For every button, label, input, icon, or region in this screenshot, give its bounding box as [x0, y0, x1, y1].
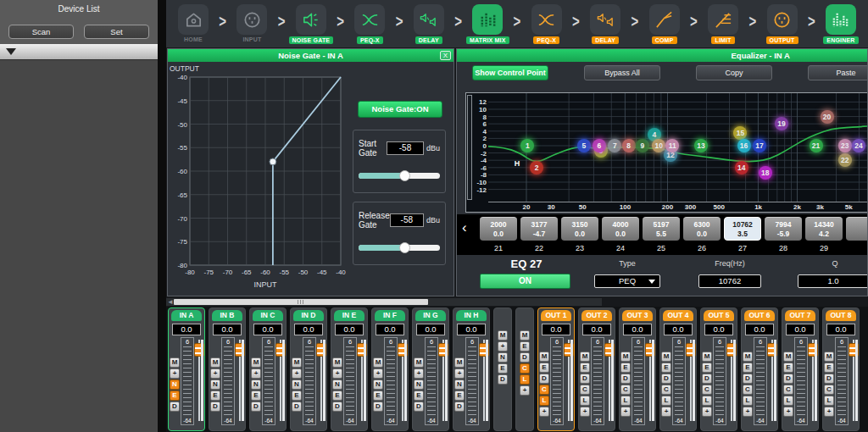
bypass-all-button[interactable]: Bypass All [584, 65, 660, 80]
strip-button-M[interactable]: M [332, 357, 342, 368]
strip-button-N[interactable]: N [170, 379, 180, 390]
eq-control-point-23[interactable]: 23 [838, 139, 852, 152]
q-input[interactable]: 1.0 [798, 274, 868, 288]
strip-button-D[interactable]: D [661, 374, 671, 384]
strip-button-E[interactable]: E [580, 363, 590, 373]
strip-button-D[interactable]: D [251, 402, 261, 412]
strip-button-M[interactable]: M [170, 357, 180, 368]
strip-button-D[interactable]: D [824, 374, 834, 384]
strip-button-+[interactable]: + [414, 368, 424, 379]
strip-button-+[interactable]: + [454, 368, 465, 379]
strip-button-L[interactable]: L [580, 396, 590, 406]
strip-button-+[interactable]: + [661, 407, 671, 417]
channel-gain-value[interactable]: 0.0 [826, 324, 855, 335]
band-cell-23[interactable]: 31500.0 [561, 217, 598, 241]
paste-button[interactable]: Paste [808, 65, 868, 80]
strip-button-M[interactable]: M [251, 357, 261, 368]
strip-button-E[interactable]: E [292, 390, 302, 401]
toolbar-item-peq-x-in[interactable]: PEQ-X [348, 4, 392, 44]
strip-button-N[interactable]: N [414, 379, 424, 390]
strip-button-D[interactable]: D [783, 374, 793, 384]
channel-gain-value[interactable]: 0.0 [582, 324, 611, 335]
strip-button-E[interactable]: E [373, 390, 383, 401]
toolbar-item-output[interactable]: OUTPUT [760, 4, 804, 44]
horizontal-scrollbar[interactable]: ◄ [166, 298, 602, 306]
channel-gain-value[interactable]: 0.0 [542, 324, 570, 335]
strip-button-D[interactable]: D [210, 402, 220, 412]
toolbar-item-matrix-mix[interactable]: MATRIX MIX [465, 4, 509, 44]
freq-input[interactable]: 10762 [698, 274, 761, 288]
channel-gain-value[interactable]: 0.0 [623, 324, 652, 335]
eq-on-button[interactable]: ON [480, 274, 570, 289]
eq-control-point-6[interactable]: 6 [593, 139, 606, 152]
strip-button-+[interactable]: + [251, 368, 261, 379]
strip-button-L[interactable]: L [520, 374, 530, 385]
toolbar-item-limit[interactable]: LIMIT [701, 4, 745, 44]
toolbar-item-delay-out[interactable]: DELAY [583, 4, 627, 44]
strip-button-+[interactable]: + [498, 341, 508, 352]
channel-gain-value[interactable]: 0.0 [376, 324, 404, 335]
strip-button-N[interactable]: N [498, 352, 508, 363]
channel-gain-value[interactable]: 0.0 [294, 324, 323, 335]
strip-button-D[interactable]: D [620, 374, 631, 384]
device-dropdown[interactable] [0, 44, 158, 60]
strip-button-E[interactable]: E [210, 390, 220, 401]
strip-button-+[interactable]: + [292, 368, 302, 379]
strip-button-C[interactable]: C [580, 385, 590, 395]
strip-button-+[interactable]: + [824, 407, 834, 417]
start-gate-slider[interactable] [359, 170, 440, 181]
strip-button-C[interactable]: C [661, 385, 671, 395]
eq-control-point-9[interactable]: 9 [636, 139, 649, 152]
band-scroll-left-icon[interactable]: ‹ [462, 219, 467, 236]
strip-button-+[interactable]: + [783, 407, 793, 417]
eq-control-point-13[interactable]: 13 [694, 139, 708, 152]
strip-button-D[interactable]: D [498, 374, 508, 385]
band-cell-24[interactable]: 40000.0 [602, 217, 639, 241]
strip-button-N[interactable]: N [210, 379, 220, 390]
close-icon[interactable]: X [440, 51, 451, 60]
band-cell-26[interactable]: 63000.0 [683, 217, 721, 241]
strip-button-M[interactable]: M [454, 357, 465, 368]
strip-button-M[interactable]: M [580, 352, 590, 362]
strip-button-E[interactable]: E [170, 390, 180, 401]
strip-button-M[interactable]: M [210, 357, 220, 368]
band-cell-25[interactable]: 51975.5 [643, 217, 680, 241]
scrollbar-thumb[interactable] [174, 299, 428, 305]
band-cell-28[interactable]: 7994-5.9 [765, 217, 802, 241]
strip-button-+[interactable]: + [580, 407, 590, 417]
toolbar-item-input[interactable]: INPUT [230, 4, 274, 42]
strip-button-E[interactable]: E [520, 341, 530, 352]
channel-gain-value[interactable]: 0.0 [213, 324, 242, 335]
strip-button-D[interactable]: D [414, 402, 424, 412]
strip-button-L[interactable]: L [702, 396, 712, 406]
eq-control-point-21[interactable]: 21 [810, 139, 823, 152]
strip-button-E[interactable]: E [332, 390, 342, 401]
strip-button-+[interactable]: + [539, 407, 549, 417]
eq-control-point-20[interactable]: 20 [821, 110, 834, 124]
strip-button-D[interactable]: D [539, 374, 549, 384]
strip-button-E[interactable]: E [251, 390, 261, 401]
strip-button-D[interactable]: D [520, 352, 530, 363]
strip-button-E[interactable]: E [539, 363, 549, 373]
strip-button-E[interactable]: E [414, 390, 424, 401]
band-cell-29[interactable]: 143404.2 [805, 217, 843, 241]
show-control-point-button[interactable]: Show Control Point [472, 65, 548, 80]
eq-control-point-14[interactable]: 14 [735, 161, 748, 174]
strip-button-M[interactable]: M [292, 357, 302, 368]
strip-button-L[interactable]: L [620, 396, 631, 406]
strip-button-C[interactable]: C [783, 385, 793, 395]
strip-button-M[interactable]: M [414, 357, 424, 368]
strip-button-N[interactable]: N [373, 379, 383, 390]
strip-button-E[interactable]: E [498, 363, 508, 374]
strip-button-E[interactable]: E [743, 363, 753, 373]
strip-button-D[interactable]: D [743, 374, 753, 384]
eq-control-point-18[interactable]: 18 [759, 166, 772, 180]
strip-button-+[interactable]: + [210, 368, 220, 379]
start-gate-slider-thumb[interactable] [399, 170, 410, 181]
eq-control-point-24[interactable]: 24 [852, 139, 865, 152]
strip-button-C[interactable]: C [539, 385, 549, 395]
strip-button-M[interactable]: M [520, 330, 530, 341]
strip-button-E[interactable]: E [702, 363, 712, 373]
noise-gate-on-button[interactable]: Noise Gate:ON [358, 101, 442, 118]
strip-button-M[interactable]: M [498, 330, 508, 341]
